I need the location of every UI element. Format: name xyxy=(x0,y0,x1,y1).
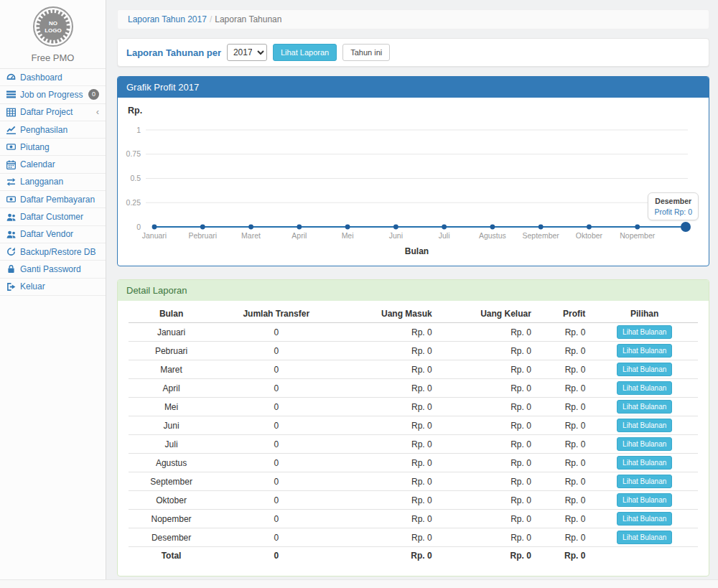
breadcrumb-current: Laporan Tahunan xyxy=(215,14,281,24)
cell-profit: Rp. 0 xyxy=(537,360,591,379)
cell-jumlah-transfer: 0 xyxy=(214,360,338,379)
total-profit: Rp. 0 xyxy=(537,547,591,564)
sidebar-item-langganan[interactable]: Langganan xyxy=(0,174,106,191)
lihat-bulanan-button[interactable]: Lihat Bulanan xyxy=(617,531,672,544)
sidebar-item-daftar-vendor[interactable]: Daftar Vendor xyxy=(0,226,106,243)
cell-profit: Rp. 0 xyxy=(537,398,591,416)
sidebar-item-label: Langganan xyxy=(20,177,63,187)
cell-bulan: September xyxy=(129,472,214,491)
sidebar: NO LOGO Free PMO Dashboard Job on Progre… xyxy=(0,0,106,579)
calendar-icon xyxy=(6,160,16,169)
sidebar-item-daftar-pembayaran[interactable]: Daftar Pembayaran xyxy=(0,191,106,208)
table-row: Januari 0 Rp. 0 Rp. 0 Rp. 0 Lihat Bulana… xyxy=(129,323,698,342)
cell-uang-masuk: Rp. 0 xyxy=(338,342,437,360)
table-row: Juli 0 Rp. 0 Rp. 0 Rp. 0 Lihat Bulanan xyxy=(129,435,698,454)
total-jumlah-transfer: 0 xyxy=(214,547,338,564)
lihat-bulanan-button[interactable]: Lihat Bulanan xyxy=(617,475,672,488)
table-row: Mei 0 Rp. 0 Rp. 0 Rp. 0 Lihat Bulanan xyxy=(129,398,698,416)
cell-uang-keluar: Rp. 0 xyxy=(438,379,537,398)
lihat-bulanan-button[interactable]: Lihat Bulanan xyxy=(617,493,672,507)
cell-uang-keluar: Rp. 0 xyxy=(438,360,537,379)
cell-uang-masuk: Rp. 0 xyxy=(338,379,437,398)
cell-pilihan: Lihat Bulanan xyxy=(591,323,698,342)
sidebar-item-label: Job on Progress xyxy=(20,90,83,100)
svg-text:Maret: Maret xyxy=(241,231,261,240)
cell-profit: Rp. 0 xyxy=(537,454,591,472)
lihat-bulanan-button[interactable]: Lihat Bulanan xyxy=(617,400,672,414)
lihat-bulanan-button[interactable]: Lihat Bulanan xyxy=(617,325,672,339)
detail-report-panel: Detail Laporan Bulan Jumlah Transfer Uan… xyxy=(117,279,709,577)
sidebar-item-keluar[interactable]: Keluar xyxy=(0,279,106,296)
sidebar-item-label: Ganti Password xyxy=(20,264,81,274)
col-header-pilihan: Pilihan xyxy=(591,305,698,323)
breadcrumb-link[interactable]: Laporan Tahun 2017 xyxy=(128,14,207,24)
report-table: Bulan Jumlah Transfer Uang Masuk Uang Ke… xyxy=(129,305,698,564)
cell-uang-masuk: Rp. 0 xyxy=(338,435,437,454)
cell-uang-masuk: Rp. 0 xyxy=(338,472,437,491)
breadcrumb: Laporan Tahun 2017/Laporan Tahunan xyxy=(117,9,709,29)
sidebar-item-dashboard[interactable]: Dashboard xyxy=(0,69,106,86)
total-uang-masuk: Rp. 0 xyxy=(338,547,437,564)
detail-panel-title: Detail Laporan xyxy=(118,280,709,301)
sidebar-item-daftar-customer[interactable]: Daftar Customer xyxy=(0,208,106,225)
cell-bulan: Nopember xyxy=(129,510,214,528)
sidebar-item-penghasilan[interactable]: Penghasilan xyxy=(0,121,106,139)
lihat-bulanan-button[interactable]: Lihat Bulanan xyxy=(617,512,672,526)
sidebar-item-label: Daftar Customer xyxy=(20,212,83,222)
svg-text:NO: NO xyxy=(49,20,57,27)
col-header-uang-keluar: Uang Keluar xyxy=(438,305,537,323)
sidebar-item-label: Calendar xyxy=(20,159,55,169)
table-row: Agustus 0 Rp. 0 Rp. 0 Rp. 0 Lihat Bulana… xyxy=(129,454,698,472)
lihat-bulanan-button[interactable]: Lihat Bulanan xyxy=(617,381,672,395)
this-year-button[interactable]: Tahun ini xyxy=(342,44,390,61)
app-window: NO LOGO Free PMO Dashboard Job on Progre… xyxy=(0,0,718,579)
cell-uang-masuk: Rp. 0 xyxy=(338,528,437,547)
sidebar-item-calendar[interactable]: Calendar xyxy=(0,156,106,173)
cell-jumlah-transfer: 0 xyxy=(214,323,338,342)
cell-bulan: Pebruari xyxy=(129,342,214,360)
cell-jumlah-transfer: 0 xyxy=(214,491,338,510)
view-report-button[interactable]: Lihat Laporan xyxy=(273,44,337,61)
table-row: Oktober 0 Rp. 0 Rp. 0 Rp. 0 Lihat Bulana… xyxy=(129,491,698,510)
lihat-bulanan-button[interactable]: Lihat Bulanan xyxy=(617,419,672,432)
report-table-wrap: Bulan Jumlah Transfer Uang Masuk Uang Ke… xyxy=(118,301,709,576)
lock-icon xyxy=(6,264,16,274)
money-icon xyxy=(6,195,16,204)
year-select[interactable]: 2017 xyxy=(227,44,267,61)
sidebar-item-backup-restore[interactable]: Backup/Restore DB xyxy=(0,243,106,261)
table-row: Nopember 0 Rp. 0 Rp. 0 Rp. 0 Lihat Bulan… xyxy=(129,510,698,528)
svg-text:1: 1 xyxy=(136,126,141,134)
sidebar-item-job-on-progress[interactable]: Job on Progress 0 xyxy=(0,86,106,103)
lihat-bulanan-button[interactable]: Lihat Bulanan xyxy=(617,363,672,376)
cell-profit: Rp. 0 xyxy=(537,528,591,547)
cell-bulan: Agustus xyxy=(129,454,214,472)
sidebar-item-piutang[interactable]: Piutang xyxy=(0,139,106,156)
cell-bulan: Juni xyxy=(129,416,214,435)
sidebar-item-label: Daftar Vendor xyxy=(20,229,73,239)
cell-uang-masuk: Rp. 0 xyxy=(338,491,437,510)
cell-uang-keluar: Rp. 0 xyxy=(438,472,537,491)
sidebar-item-label: Piutang xyxy=(20,142,50,152)
lihat-bulanan-button[interactable]: Lihat Bulanan xyxy=(617,456,672,470)
cell-jumlah-transfer: 0 xyxy=(214,416,338,435)
lihat-bulanan-button[interactable]: Lihat Bulanan xyxy=(617,437,672,451)
tooltip-title: Desember xyxy=(654,197,692,205)
chevron-left-icon: ‹ xyxy=(96,108,99,116)
lihat-bulanan-button[interactable]: Lihat Bulanan xyxy=(617,344,672,358)
cell-pilihan: Lihat Bulanan xyxy=(591,342,698,360)
svg-text:April: April xyxy=(292,231,307,240)
cell-uang-masuk: Rp. 0 xyxy=(338,398,437,416)
svg-text:Januari: Januari xyxy=(142,231,167,240)
x-axis-title: Bulan xyxy=(146,246,688,256)
cell-uang-masuk: Rp. 0 xyxy=(338,360,437,379)
profit-chart: Rp. 00.250.50.751JanuariPebruariMaretApr… xyxy=(118,98,709,266)
cell-uang-masuk: Rp. 0 xyxy=(338,454,437,472)
sidebar-item-ganti-password[interactable]: Ganti Password xyxy=(0,261,106,278)
cell-uang-keluar: Rp. 0 xyxy=(438,398,537,416)
col-header-uang-masuk: Uang Masuk xyxy=(338,305,437,323)
sidebar-item-daftar-project[interactable]: Daftar Project ‹ xyxy=(0,104,106,121)
sidebar-item-label: Keluar xyxy=(20,281,45,291)
cell-profit: Rp. 0 xyxy=(537,472,591,491)
cell-pilihan: Lihat Bulanan xyxy=(591,435,698,454)
cell-pilihan: Lihat Bulanan xyxy=(591,398,698,416)
